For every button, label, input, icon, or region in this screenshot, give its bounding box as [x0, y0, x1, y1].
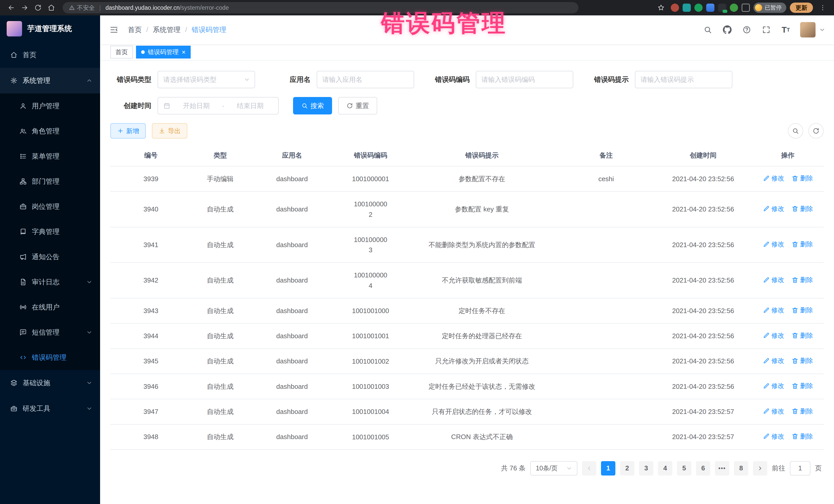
sidebar-item-audit-log[interactable]: 审计日志: [0, 269, 100, 294]
update-button[interactable]: 更新: [790, 3, 813, 13]
breadcrumb-item[interactable]: 系统管理: [153, 25, 181, 35]
date-range-picker[interactable]: -: [158, 97, 279, 114]
delete-link[interactable]: 删除: [791, 331, 813, 340]
page-size-select[interactable]: 10条/页: [530, 461, 577, 476]
delete-link[interactable]: 删除: [791, 240, 813, 248]
breadcrumb-item[interactable]: 首页: [128, 25, 142, 35]
edit-link[interactable]: 修改: [763, 432, 784, 441]
forward-icon[interactable]: [19, 2, 31, 14]
refresh-icon[interactable]: [808, 123, 824, 138]
edit-link[interactable]: 修改: [763, 276, 784, 284]
reset-button[interactable]: 重置: [338, 97, 377, 114]
search-icon[interactable]: [699, 21, 717, 39]
book-icon: [20, 228, 27, 235]
sidebar-item-error-code[interactable]: 错误码管理: [0, 345, 100, 370]
error-type-select[interactable]: [158, 71, 255, 88]
edit-link[interactable]: 修改: [763, 306, 784, 314]
caret-down-icon[interactable]: [819, 26, 826, 34]
extension-icon[interactable]: [683, 4, 691, 12]
prev-page-button[interactable]: [582, 461, 596, 476]
trash-icon: [791, 332, 798, 339]
github-icon[interactable]: [718, 21, 737, 39]
edit-link[interactable]: 修改: [763, 331, 784, 340]
page-button-6[interactable]: 6: [696, 461, 710, 476]
sidebar-item-post[interactable]: 岗位管理: [0, 194, 100, 219]
page-button-2[interactable]: 2: [620, 461, 634, 476]
layers-icon: [10, 379, 18, 387]
start-date-input[interactable]: [174, 102, 219, 110]
edit-link[interactable]: 修改: [763, 407, 784, 415]
page-button-3[interactable]: 3: [639, 461, 653, 476]
delete-link[interactable]: 删除: [791, 356, 813, 365]
sidebar-item-online-user[interactable]: 在线用户: [0, 294, 100, 320]
cell-time: 2021-04-20 23:52:56: [654, 227, 752, 263]
page-button-5[interactable]: 5: [677, 461, 691, 476]
tab-close-icon[interactable]: ×: [182, 49, 185, 56]
delete-link[interactable]: 删除: [791, 407, 813, 415]
page-button-8[interactable]: 8: [734, 461, 748, 476]
sidebar-item-role[interactable]: 角色管理: [0, 118, 100, 144]
delete-link[interactable]: 删除: [791, 204, 813, 213]
page-ellipsis[interactable]: •••: [715, 461, 729, 476]
extensions-puzzle-icon[interactable]: [742, 4, 750, 12]
error-hint-input[interactable]: [640, 76, 727, 84]
cell-code: 1001001001: [335, 323, 406, 349]
font-size-icon[interactable]: TT: [776, 21, 795, 39]
home-nav-icon[interactable]: [45, 2, 58, 14]
delete-link[interactable]: 删除: [791, 432, 813, 441]
extension-icon[interactable]: [730, 4, 738, 12]
edit-link[interactable]: 修改: [763, 204, 784, 213]
sidebar-item-infra[interactable]: 基础设施: [0, 370, 100, 396]
sidebar-item-dept[interactable]: 部门管理: [0, 169, 100, 194]
back-icon[interactable]: [5, 2, 18, 14]
security-chip[interactable]: 不安全: [69, 4, 95, 12]
goto-page-input[interactable]: [790, 461, 810, 476]
error-hint-field[interactable]: [635, 71, 732, 88]
page-button-4[interactable]: 4: [658, 461, 672, 476]
add-button[interactable]: 新增: [110, 123, 146, 138]
user-avatar[interactable]: [800, 22, 815, 38]
question-icon[interactable]: [738, 21, 756, 39]
edit-link[interactable]: 修改: [763, 240, 784, 248]
star-icon[interactable]: [655, 2, 667, 14]
reload-icon[interactable]: [32, 2, 44, 14]
extension-icon[interactable]: [718, 4, 726, 12]
extension-icon[interactable]: [671, 4, 679, 12]
menu-fold-icon[interactable]: [100, 15, 128, 44]
cell-operations: 修改删除: [752, 349, 824, 374]
page-button-1[interactable]: 1: [601, 461, 615, 476]
app-name-input[interactable]: [322, 76, 409, 84]
browser-profile-chip[interactable]: 已暂停: [753, 3, 786, 13]
sidebar-item-sms[interactable]: 短信管理: [0, 320, 100, 345]
error-code-input[interactable]: [481, 76, 568, 84]
edit-link[interactable]: 修改: [763, 356, 784, 365]
fullscreen-icon[interactable]: [757, 21, 775, 39]
sidebar-item-menu[interactable]: 菜单管理: [0, 144, 100, 169]
sidebar-item-home[interactable]: 首页: [0, 42, 100, 68]
briefcase-icon: [20, 203, 27, 210]
dots-vertical-icon[interactable]: [816, 2, 829, 14]
sidebar-item-dev-tools[interactable]: 研发工具: [0, 396, 100, 421]
sidebar-item-user[interactable]: 用户管理: [0, 93, 100, 118]
error-code-field[interactable]: [476, 71, 573, 88]
sidebar-item-dict[interactable]: 字典管理: [0, 219, 100, 244]
tab-error-code[interactable]: 错误码管理×: [136, 46, 191, 59]
edit-link[interactable]: 修改: [763, 381, 784, 390]
error-type-select-input[interactable]: [163, 76, 241, 84]
delete-link[interactable]: 删除: [791, 174, 813, 182]
search-button[interactable]: 搜索: [293, 97, 332, 114]
delete-link[interactable]: 删除: [791, 276, 813, 284]
sidebar-item-notice[interactable]: 通知公告: [0, 244, 100, 269]
tab-home[interactable]: 首页: [110, 46, 133, 59]
extension-icon[interactable]: [695, 4, 703, 12]
export-button[interactable]: 导出: [152, 123, 187, 138]
end-date-input[interactable]: [227, 102, 273, 110]
extension-icon[interactable]: [706, 4, 715, 12]
delete-link[interactable]: 删除: [791, 306, 813, 314]
app-name-field[interactable]: [317, 71, 414, 88]
next-page-button[interactable]: [753, 461, 767, 476]
sidebar-item-system[interactable]: 系统管理: [0, 68, 100, 93]
delete-link[interactable]: 删除: [791, 381, 813, 390]
edit-link[interactable]: 修改: [763, 174, 784, 182]
search-icon[interactable]: [788, 123, 803, 138]
